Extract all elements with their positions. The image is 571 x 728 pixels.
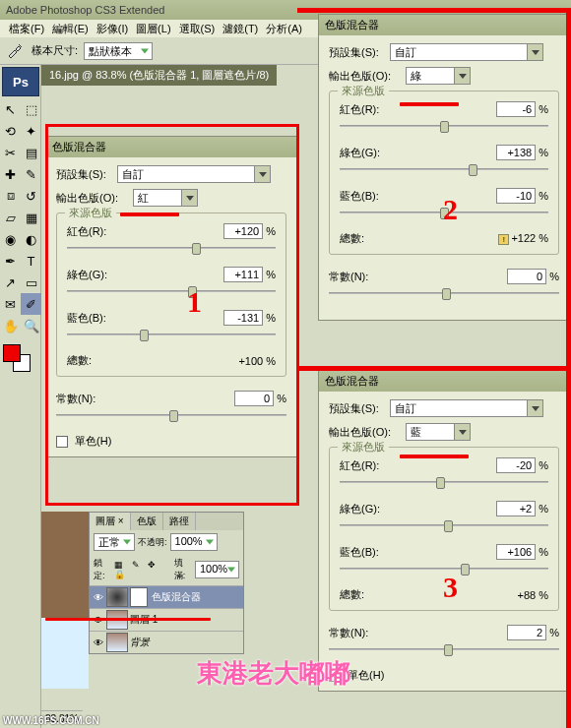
document-canvas [41,512,89,689]
layer-thumb [106,633,128,652]
notes-tool-icon[interactable]: ✉ [0,293,21,315]
annotation-number-2: 2 [443,193,458,226]
opacity-label: 不透明: [138,536,167,549]
annotation-underline-layer [45,618,211,621]
color-swatches[interactable] [0,342,41,372]
lock-label: 鎖定: [94,557,111,582]
fg-color-swatch[interactable] [3,344,21,362]
hand-tool-icon[interactable]: ✋ [0,315,21,336]
layers-tab-layers[interactable]: 圖層 × [90,513,131,530]
annotation-underline-1 [120,212,179,216]
wand-tool-icon[interactable]: ✦ [21,120,41,142]
eyedropper-tool-icon[interactable]: ✐ [21,293,41,315]
blend-mode-select[interactable]: 正常 [94,533,135,551]
menu-file[interactable]: 檔案(F) [6,22,47,36]
menu-select[interactable]: 選取(S) [176,22,219,36]
mask-thumb [130,587,148,607]
menu-edit[interactable]: 編輯(E) [49,22,92,36]
blur-tool-icon[interactable]: ◉ [0,228,21,250]
visibility-icon[interactable]: 👁 [91,592,106,603]
layer-name-bg: 背景 [130,636,150,649]
dodge-tool-icon[interactable]: ◐ [21,228,41,250]
annotation-box-3 [297,366,571,728]
status-bar: 83.81% [41,710,83,728]
toolbox: Ps ↖ ⬚ ⟲ ✦ ✂ ▤ ✚ ✎ ⧈ ↺ ▱ ▦ ◉ ◐ ✒ T ↗ ▭ ✉… [0,65,41,728]
fill-label: 填滿: [174,557,192,582]
path-tool-icon[interactable]: ↗ [0,272,21,293]
gradient-tool-icon[interactable]: ▦ [21,207,41,228]
menu-image[interactable]: 影像(I) [94,22,131,36]
opacity-input[interactable]: 100% [170,533,218,551]
visibility-icon[interactable]: 👁 [91,637,106,648]
annotation-number-3: 3 [443,571,458,604]
eyedropper-icon[interactable] [6,41,26,61]
layers-tab-paths[interactable]: 路徑 [163,513,196,530]
app-title: Adobe Photoshop CS3 Extended [6,4,164,16]
layers-panel: 圖層 × 色版 路徑 正常 不透明: 100% 鎖定: ▦ ✎ ✥ 🔒 填滿: … [89,512,244,654]
marquee-tool-icon[interactable]: ⬚ [21,98,41,120]
brush-tool-icon[interactable]: ✎ [21,163,41,185]
lock-icons[interactable]: ▦ ✎ ✥ 🔒 [114,560,170,579]
annotation-box-2 [297,8,571,366]
eraser-tool-icon[interactable]: ▱ [0,207,21,228]
stamp-tool-icon[interactable]: ⧈ [0,185,21,207]
document-tab[interactable]: 16.jpg @ 83.8% (色版混合器 1, 圖層遮色片/8) [41,65,277,86]
crop-tool-icon[interactable]: ✂ [0,142,21,163]
pen-tool-icon[interactable]: ✒ [0,250,21,272]
lasso-tool-icon[interactable]: ⟲ [0,120,21,142]
layers-tab-channels[interactable]: 色版 [131,513,163,530]
shape-tool-icon[interactable]: ▭ [21,272,41,293]
layer-name-mixer: 色版混合器 [152,590,201,604]
sample-size-label: 樣本尺寸: [32,43,78,58]
sample-size-combo[interactable]: 點狀樣本 [84,42,153,60]
layer-row-bg[interactable]: 👁 背景 [90,631,243,653]
slice-tool-icon[interactable]: ▤ [21,142,41,163]
history-brush-icon[interactable]: ↺ [21,185,41,207]
zoom-tool-icon[interactable]: 🔍 [21,315,41,336]
fill-input[interactable]: 100% [195,561,239,578]
annotation-box-1 [45,124,299,506]
menu-filter[interactable]: 濾鏡(T) [220,22,261,36]
move-tool-icon[interactable]: ↖ [0,98,21,120]
layer-row-mixer[interactable]: 👁 色版混合器 [90,585,243,608]
heal-tool-icon[interactable]: ✚ [0,163,21,185]
adj-layer-thumb [106,587,128,607]
annotation-number-1: 1 [187,285,202,319]
menu-layer[interactable]: 圖層(L) [133,22,173,36]
ps-logo: Ps [2,67,39,96]
type-tool-icon[interactable]: T [21,250,41,272]
